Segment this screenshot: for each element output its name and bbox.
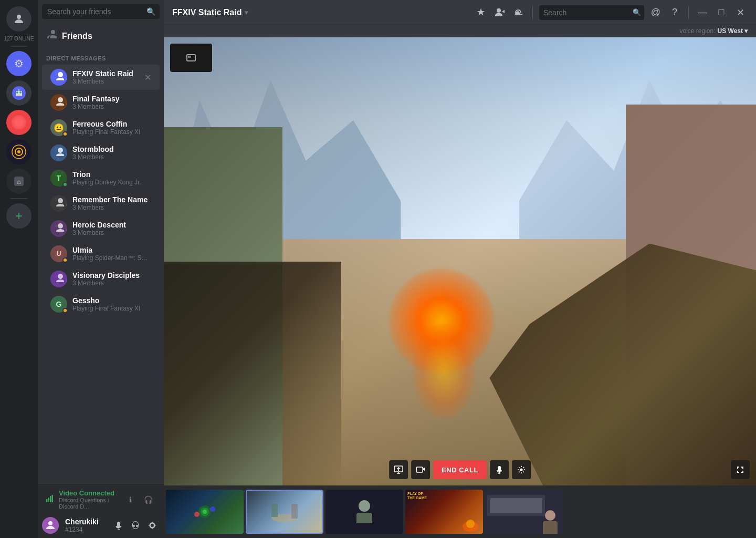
friends-search-icon: 🔍 [146, 7, 155, 16]
dm-item-ffxiv[interactable]: FFXIV Static Raid 3 Members ✕ [42, 65, 160, 90]
at-button[interactable]: @ [648, 5, 663, 20]
thumbnail-5[interactable] [485, 490, 563, 534]
thumbnail-3[interactable] [326, 490, 403, 534]
dm-item-heroic[interactable]: Heroic Descent 3 Members ✕ [42, 216, 160, 241]
help-button[interactable]: ? [667, 5, 682, 20]
svg-point-26 [203, 510, 207, 514]
svg-rect-22 [416, 467, 423, 472]
main-content: FFXIV Static Raid ▾ 🔍 [164, 0, 756, 538]
dm-name-stormblood: Stormblood [72, 145, 151, 153]
dm-sub-gessho: Playing Final Fantasy XI [72, 305, 151, 312]
video-background [164, 37, 756, 485]
members-button[interactable] [511, 5, 526, 20]
dm-item-stormblood[interactable]: Stormblood 3 Members ✕ [42, 140, 160, 165]
pin-button[interactable] [474, 5, 488, 20]
dm-name-ferreous: Ferreous Coffin [72, 120, 151, 128]
signal-icon [46, 495, 54, 504]
friends-search-input[interactable] [42, 4, 160, 19]
dm-sub-ffxiv: 3 Members [72, 78, 144, 85]
username: Cherukiki [65, 518, 109, 526]
channel-title: FFXIV Static Raid ▾ [172, 8, 248, 17]
online-count: 127 ONLINE [4, 36, 34, 42]
dm-item-ff[interactable]: Final Fantasy 3 Members ✕ [42, 90, 160, 115]
svg-point-3 [16, 91, 18, 94]
svg-point-28 [210, 506, 215, 512]
user-discriminator: #1234 [65, 526, 109, 533]
search-input[interactable] [539, 5, 644, 20]
server-icon-ffxiv[interactable]: ⚙ [6, 51, 32, 76]
thumbnail-strip: PLAY OFTHE GAME [164, 485, 756, 538]
dm-close-ffxiv[interactable]: ✕ [144, 73, 151, 82]
add-member-button[interactable] [492, 5, 507, 20]
svg-point-23 [520, 469, 522, 471]
deafen-button[interactable] [128, 518, 143, 533]
user-controls [111, 518, 160, 533]
friends-search-container: 🔍 [38, 0, 164, 23]
voice-region-value[interactable]: US West ▾ [718, 27, 748, 35]
dm-sub-heroic: 3 Members [72, 229, 151, 236]
friends-nav-item[interactable]: Friends [38, 23, 164, 46]
home-button[interactable] [6, 6, 32, 32]
dm-item-rtn[interactable]: Remember The Name 3 Members ✕ [42, 191, 160, 216]
channel-dropdown-icon[interactable]: ▾ [245, 9, 248, 16]
voice-region-bar: voice region: US West ▾ [164, 25, 756, 37]
dm-sub-ff: 3 Members [72, 103, 151, 110]
mute-button[interactable] [111, 518, 126, 533]
add-server-button[interactable]: + [6, 203, 32, 229]
dm-section-label: DIRECT MESSAGES [38, 46, 164, 65]
main-video: END CALL [164, 37, 756, 485]
camera-button[interactable] [411, 460, 430, 479]
mini-view-toggle[interactable] [170, 44, 212, 72]
dm-name-visionary: Visionary Disciples [72, 271, 151, 280]
svg-point-16 [48, 521, 52, 525]
end-call-button[interactable]: END CALL [433, 460, 487, 479]
fullscreen-button[interactable] [731, 460, 750, 479]
top-bar-divider [532, 6, 533, 19]
video-controls: END CALL [389, 460, 531, 479]
user-settings-button[interactable] [145, 518, 160, 533]
mute-video-button[interactable] [490, 460, 509, 479]
dm-name-heroic: Heroic Descent [72, 221, 151, 229]
dm-sub-rtn: 3 Members [72, 204, 151, 211]
dm-sub-stormblood: 3 Members [72, 153, 151, 161]
voice-status-bar: Video Connected Discord Questions / Disc… [38, 484, 164, 513]
maximize-button[interactable]: □ [714, 5, 729, 20]
close-button[interactable]: ✕ [733, 5, 748, 20]
svg-point-33 [466, 520, 475, 528]
dm-item-visionary[interactable]: Visionary Disciples 3 Members ✕ [42, 266, 160, 292]
friends-panel: 🔍 Friends DIRECT MESSAGES FFXIV Static [38, 0, 164, 538]
minimize-button[interactable]: — [695, 5, 710, 20]
svg-point-18 [136, 525, 138, 527]
screen-share-button[interactable] [389, 460, 408, 479]
friends-icon [46, 29, 57, 43]
channel-name: FFXIV Static Raid [172, 8, 242, 17]
scene-overlay [164, 37, 756, 485]
dm-name-gessho: Gessho [72, 296, 151, 305]
svg-point-0 [17, 15, 21, 19]
server-icon-red[interactable] [6, 110, 32, 135]
search-wrap: 🔍 [539, 5, 644, 20]
svg-point-27 [194, 512, 200, 517]
svg-rect-12 [46, 499, 48, 502]
server-icon-overwatch[interactable] [6, 139, 32, 164]
user-info: Cherukiki #1234 [65, 518, 109, 533]
server-icon-robot[interactable] [6, 80, 32, 106]
dm-name-rtn: Remember The Name [72, 195, 151, 204]
dm-sub-trion: Playing Donkey Kong Jr. [72, 179, 151, 186]
thumbnail-2[interactable] [246, 490, 323, 534]
thumbnail-1[interactable] [166, 490, 244, 534]
voice-headset-button[interactable]: 🎧 [141, 492, 155, 507]
server-icon-chair[interactable]: ⌂ [6, 169, 32, 194]
server-divider [10, 46, 27, 47]
dm-item-ferreous[interactable]: 😐 Ferreous Coffin Playing Final Fantasy … [42, 115, 160, 140]
dm-item-gessho[interactable]: G Gessho Playing Final Fantasy XI ✕ [42, 292, 160, 317]
dm-sub-ferreous: Playing Final Fantasy XI [72, 128, 151, 136]
dm-item-trion[interactable]: T Trion Playing Donkey Kong Jr. ✕ [42, 165, 160, 191]
dm-name-ff: Final Fantasy [72, 95, 151, 103]
voice-info-button[interactable]: ℹ [123, 492, 138, 507]
dm-item-ulmia[interactable]: U Ulmia Playing Spider-Man™: Shattered D… [42, 241, 160, 266]
svg-text:⌂: ⌂ [17, 178, 20, 185]
thumbnail-4[interactable]: PLAY OFTHE GAME [405, 490, 483, 534]
settings-video-button[interactable] [512, 460, 531, 479]
user-avatar [42, 517, 59, 534]
